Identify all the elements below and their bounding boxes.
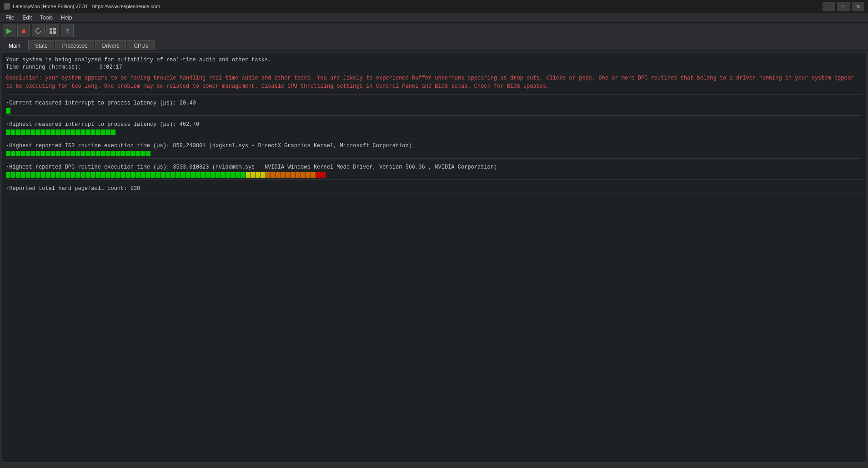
refresh-button[interactable] [32, 25, 45, 37]
metric-name-highest_interrupt: ·Highest measured interrupt to process l… [6, 121, 176, 128]
metric-divider-1 [6, 137, 862, 137]
metric-label-highest_isr: ·Highest reported ISR routine execution … [6, 143, 862, 149]
metric-label-pagefault: ·Reported total hard pagefault count: 93… [6, 185, 862, 192]
time-value: 0:02:17 [100, 64, 122, 70]
metric-current_interrupt: ·Current measured interrupt to process l… [6, 100, 862, 116]
status-line1: Your system is being analyzed for suitab… [6, 57, 862, 63]
metric-value-highest_interrupt: 462,70 [180, 121, 199, 128]
status-text: Your system is being analyzed for suitab… [6, 57, 271, 63]
metric-highest_interrupt: ·Highest measured interrupt to process l… [6, 121, 862, 137]
close-button[interactable]: ✕ [852, 2, 864, 11]
menu-edit[interactable]: Edit [19, 14, 35, 22]
toolbar: ▶ ■ ? [0, 23, 868, 39]
tab-drivers[interactable]: Drivers [95, 40, 126, 50]
maximize-button[interactable]: □ [837, 2, 850, 11]
metric-highest_isr: ·Highest reported ISR routine execution … [6, 143, 862, 159]
title-bar: LatencyMon [Home Edition] v7.31 - https:… [0, 0, 868, 13]
metric-value-highest_dpc: 3533,010823 [173, 164, 209, 170]
metric-divider-4 [6, 194, 862, 194]
metric-name-pagefault: ·Reported total hard pagefault count: [6, 185, 127, 192]
progress-bar-current_interrupt [6, 108, 862, 114]
metric-name-current_interrupt: ·Current measured interrupt to process l… [6, 100, 176, 106]
metric-divider-3 [6, 179, 862, 180]
metric-label-highest_interrupt: ·Highest measured interrupt to process l… [6, 121, 862, 128]
metric-name-highest_isr: ·Highest reported ISR routine execution … [6, 143, 170, 149]
tab-main[interactable]: Main [2, 41, 27, 51]
title-bar-controls: — □ ✕ [823, 2, 864, 11]
metric-label-current_interrupt: ·Current measured interrupt to process l… [6, 100, 862, 106]
stop-button[interactable]: ■ [17, 25, 30, 37]
minimize-button[interactable]: — [823, 2, 835, 11]
progress-bar-highest_isr [6, 151, 862, 156]
menu-help[interactable]: Help [57, 14, 76, 22]
metric-value-pagefault: 938 [130, 185, 140, 192]
tab-bar: Main Stats Processes Drivers CPUs [0, 39, 868, 51]
divider1 [6, 94, 862, 95]
metric-value-current_interrupt: 20,40 [180, 100, 196, 106]
progress-bar-highest_interrupt [6, 129, 862, 135]
metric-value-highest_isr: 859,240801 [173, 143, 206, 149]
warning-text: Conclusion: your system appears to be ha… [6, 74, 862, 90]
metric-driver-highest_isr: (dxgkrnl.sys - DirectX Graphics Kernel, … [206, 143, 412, 149]
metrics-container: ·Current measured interrupt to process l… [6, 100, 862, 194]
metric-label-highest_dpc: ·Highest reported DPC routine execution … [6, 164, 862, 170]
tab-processes[interactable]: Processes [55, 40, 94, 50]
metric-highest_dpc: ·Highest reported DPC routine execution … [6, 164, 862, 180]
tab-stats[interactable]: Stats [28, 40, 54, 50]
title-bar-left: LatencyMon [Home Edition] v7.31 - https:… [4, 3, 160, 10]
main-content: Your system is being analyzed for suitab… [2, 53, 866, 463]
menu-tools[interactable]: Tools [36, 14, 56, 22]
progress-bar-highest_dpc [6, 172, 862, 178]
metric-driver-highest_dpc: (nvlddmkm.sys - NVIDIA Windows Kernel Mo… [209, 164, 497, 170]
title-bar-text: LatencyMon [Home Edition] v7.31 - https:… [13, 4, 160, 9]
grid-button[interactable] [46, 25, 59, 37]
menu-file[interactable]: File [2, 14, 18, 22]
time-label: Time running (h:mm:ss): [6, 64, 81, 70]
svg-rect-2 [53, 28, 56, 30]
metric-divider-0 [6, 115, 862, 116]
time-running-row: Time running (h:mm:ss): 0:02:17 [6, 64, 862, 70]
help-button[interactable]: ? [61, 25, 74, 37]
svg-marker-0 [38, 28, 40, 29]
play-button[interactable]: ▶ [3, 25, 15, 37]
svg-rect-4 [53, 31, 56, 34]
svg-rect-3 [50, 31, 52, 34]
svg-rect-1 [50, 28, 52, 30]
tab-cpus[interactable]: CPUs [127, 40, 155, 50]
menu-bar: File Edit Tools Help [0, 13, 868, 23]
app-icon [4, 3, 10, 10]
metric-name-highest_dpc: ·Highest reported DPC routine execution … [6, 164, 170, 170]
metric-divider-2 [6, 158, 862, 159]
metric-pagefault: ·Reported total hard pagefault count: 93… [6, 185, 862, 194]
